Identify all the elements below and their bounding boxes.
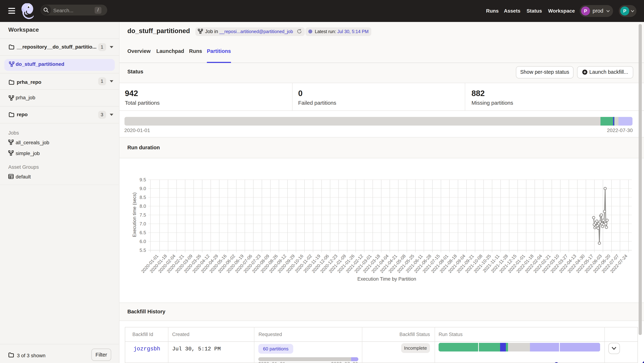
svg-text:9.5: 9.5: [140, 177, 146, 182]
svg-text:9.0: 9.0: [140, 186, 146, 191]
svg-text:Execution time (secs): Execution time (secs): [132, 192, 137, 237]
svg-text:5.5: 5.5: [140, 248, 146, 253]
svg-text:8.0: 8.0: [140, 204, 146, 209]
svg-text:6.5: 6.5: [140, 230, 146, 235]
svg-text:7.0: 7.0: [140, 221, 146, 226]
svg-text:7.5: 7.5: [140, 212, 146, 218]
svg-text:6.0: 6.0: [140, 239, 146, 244]
svg-text:8.5: 8.5: [140, 195, 146, 200]
svg-text:Execution Time by Partition: Execution Time by Partition: [357, 276, 416, 282]
